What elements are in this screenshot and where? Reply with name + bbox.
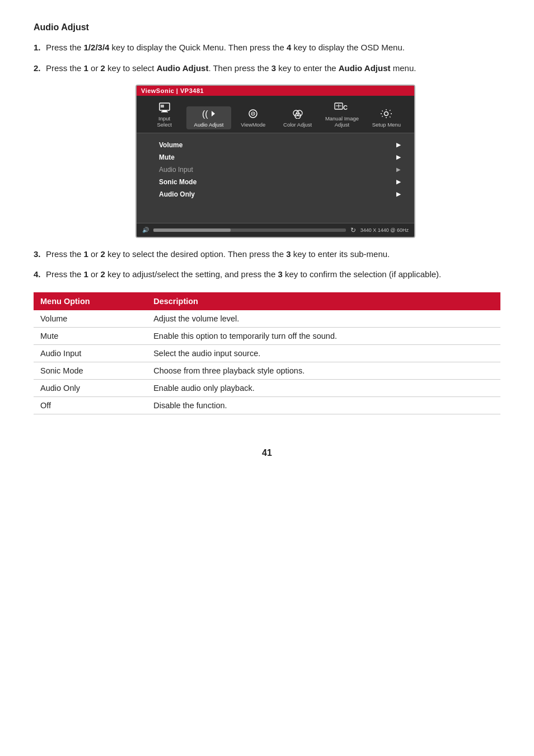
step-3-text: Press the 1 or 2 key to select the desir… <box>46 248 500 261</box>
osd-menu-volume-arrow: ▶ <box>396 142 401 148</box>
table-header-menu-option: Menu Option <box>34 292 147 310</box>
svg-point-16 <box>385 112 388 116</box>
osd-footer-bar-fill <box>153 228 231 232</box>
step-1: 1. Press the 1/2/3/4 key to display the … <box>34 41 500 54</box>
svg-rect-3 <box>161 105 164 108</box>
osd-menu-audio-only-label: Audio Only <box>159 190 195 198</box>
table-row: Audio Only Enable audio only playback. <box>34 379 500 396</box>
table-cell-description: Choose from three playback style options… <box>147 362 500 379</box>
osd-footer: 🔊 ↻ 3440 X 1440 @ 60Hz <box>137 223 414 237</box>
osd-menu-audio-input[interactable]: Audio Input ▶ <box>137 164 414 176</box>
osd-icon-color-adjust[interactable]: Color Adjust <box>275 106 320 129</box>
input-select-icon <box>158 102 171 114</box>
table-cell-description: Disable the function. <box>147 396 500 414</box>
color-adjust-icon <box>292 109 304 120</box>
osd-icon-viewmode[interactable]: ViewMode <box>231 106 275 129</box>
svg-marker-5 <box>212 111 215 116</box>
osd-menu-mute-arrow: ▶ <box>396 154 401 160</box>
table-cell-option: Sonic Mode <box>34 362 147 379</box>
table-cell-description: Adjust the volume level. <box>147 310 500 328</box>
step-1-num: 1. <box>34 41 46 54</box>
osd-menu-area: Volume ▶ Mute ▶ Audio Input ▶ Sonic Mode… <box>137 133 414 223</box>
step-4: 4. Press the 1 or 2 key to adjust/select… <box>34 268 500 281</box>
osd-footer-resolution: 3440 X 1440 @ 60Hz <box>360 227 409 233</box>
osd-icons-row: InputSelect (( Audio Adjust <box>137 96 414 133</box>
osd-box: ViewSonic | VP3481 InputSelect (( <box>135 85 415 238</box>
osd-icon-manual-image[interactable]: C Manual ImageAdjust <box>320 100 364 129</box>
osd-titlebar: ViewSonic | VP3481 <box>137 86 414 96</box>
svg-text:C: C <box>343 104 348 111</box>
osd-icon-audio-adjust-label: Audio Adjust <box>194 122 224 128</box>
osd-footer-refresh-icon: ↻ <box>350 226 356 234</box>
osd-icon-input-select[interactable]: InputSelect <box>142 100 186 129</box>
svg-text:((: (( <box>202 109 208 119</box>
osd-icon-manual-image-label: Manual ImageAdjust <box>325 115 359 128</box>
osd-icon-color-adjust-label: Color Adjust <box>283 122 312 128</box>
table-cell-description: Select the audio input source. <box>147 344 500 362</box>
step-2-num: 2. <box>34 62 46 75</box>
osd-menu-audio-only-arrow: ▶ <box>396 191 401 197</box>
osd-icon-viewmode-label: ViewMode <box>241 122 265 128</box>
osd-icon-audio-adjust[interactable]: (( Audio Adjust <box>186 106 231 129</box>
page-title: Audio Adjust <box>34 22 500 32</box>
step-2-text: Press the 1 or 2 key to select Audio Adj… <box>46 62 500 75</box>
table-row: Volume Adjust the volume level. <box>34 310 500 328</box>
osd-icon-setup-menu[interactable]: Setup Menu <box>364 106 409 129</box>
osd-menu-audio-input-label: Audio Input <box>159 166 193 174</box>
osd-menu-volume-label: Volume <box>159 141 182 149</box>
osd-icon-input-select-label: InputSelect <box>157 115 171 128</box>
step-4-num: 4. <box>34 268 46 281</box>
table-cell-option: Audio Only <box>34 379 147 396</box>
step-2: 2. Press the 1 or 2 key to select Audio … <box>34 62 500 75</box>
page-number: 41 <box>34 448 500 458</box>
step-3-num: 3. <box>34 248 46 261</box>
osd-menu-audio-only[interactable]: Audio Only ▶ <box>137 188 414 200</box>
osd-menu-audio-input-arrow: ▶ <box>396 166 401 172</box>
table-cell-option: Audio Input <box>34 344 147 362</box>
table-row: Off Disable the function. <box>34 396 500 414</box>
step-1-text: Press the 1/2/3/4 key to display the Qui… <box>46 41 500 54</box>
svg-point-8 <box>252 113 254 114</box>
menu-table: Menu Option Description Volume Adjust th… <box>34 292 500 414</box>
osd-menu-sonic-mode-label: Sonic Mode <box>159 178 196 186</box>
step-4-text: Press the 1 or 2 key to adjust/select th… <box>46 268 500 281</box>
step-3: 3. Press the 1 or 2 key to select the de… <box>34 248 500 261</box>
osd-menu-sonic-mode[interactable]: Sonic Mode ▶ <box>137 176 414 188</box>
osd-footer-icon: 🔊 <box>142 227 149 233</box>
table-row: Sonic Mode Choose from three playback st… <box>34 362 500 379</box>
manual-image-icon: C <box>334 102 350 114</box>
osd-screenshot: ViewSonic | VP3481 InputSelect (( <box>50 85 500 238</box>
table-cell-option: Mute <box>34 327 147 344</box>
table-cell-option: Off <box>34 396 147 414</box>
audio-adjust-icon: (( <box>202 109 216 120</box>
svg-rect-2 <box>161 111 168 113</box>
table-cell-option: Volume <box>34 310 147 328</box>
osd-menu-volume[interactable]: Volume ▶ <box>137 139 414 151</box>
table-header-description: Description <box>147 292 500 310</box>
setup-menu-icon <box>380 109 392 120</box>
osd-footer-bar <box>153 228 346 232</box>
table-header-row: Menu Option Description <box>34 292 500 310</box>
table-row: Mute Enable this option to temporarily t… <box>34 327 500 344</box>
table-cell-description: Enable audio only playback. <box>147 379 500 396</box>
viewmode-icon <box>247 109 259 120</box>
svg-rect-1 <box>162 110 167 111</box>
osd-menu-mute-label: Mute <box>159 153 175 161</box>
osd-menu-sonic-mode-arrow: ▶ <box>396 179 401 185</box>
osd-menu-mute[interactable]: Mute ▶ <box>137 151 414 164</box>
table-cell-description: Enable this option to temporarily turn o… <box>147 327 500 344</box>
osd-icon-setup-menu-label: Setup Menu <box>372 122 401 128</box>
table-row: Audio Input Select the audio input sourc… <box>34 344 500 362</box>
